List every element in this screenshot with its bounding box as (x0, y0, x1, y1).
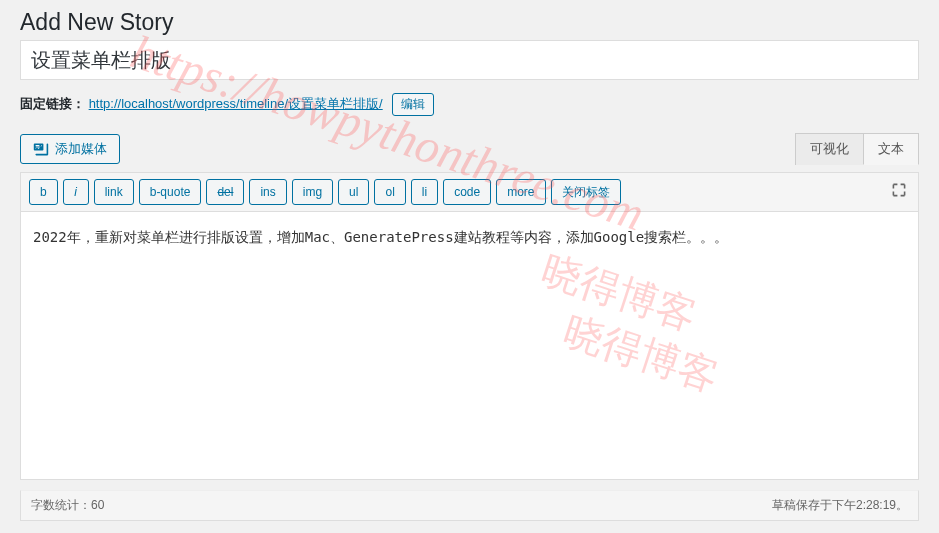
qt-bold[interactable]: b (29, 179, 58, 205)
qt-ins[interactable]: ins (249, 179, 286, 205)
tab-text[interactable]: 文本 (863, 133, 919, 165)
draft-saved: 草稿保存于下午2:28:19。 (772, 497, 908, 514)
qt-li[interactable]: li (411, 179, 438, 205)
word-count: 字数统计：60 (31, 497, 104, 514)
status-bar: 字数统计：60 草稿保存于下午2:28:19。 (20, 490, 919, 521)
qt-close-tags[interactable]: 关闭标签 (551, 179, 621, 205)
permalink-row: 固定链接： http://localhost/wordpress/timelin… (0, 85, 939, 124)
fullscreen-icon[interactable] (888, 179, 910, 201)
permalink-label: 固定链接： (20, 96, 85, 111)
permalink-base[interactable]: http://localhost/wordpress/timeline/ (89, 96, 288, 111)
add-media-button[interactable]: 添加媒体 (20, 134, 120, 164)
page-title: Add New Story (0, 0, 939, 40)
tab-visual[interactable]: 可视化 (795, 133, 864, 165)
svg-point-0 (39, 145, 41, 147)
qt-blockquote[interactable]: b-quote (139, 179, 202, 205)
editor-area: 添加媒体 可视化 文本 b i link b-quote del ins img… (0, 124, 939, 521)
text-toolbar: b i link b-quote del ins img ul ol li co… (20, 172, 919, 212)
media-row: 添加媒体 可视化 文本 (20, 132, 919, 164)
editor-tabs: 可视化 文本 (795, 132, 919, 164)
qt-ul[interactable]: ul (338, 179, 369, 205)
permalink-slug[interactable]: 设置菜单栏排版/ (288, 96, 383, 111)
qt-italic[interactable]: i (63, 179, 89, 205)
add-media-label: 添加媒体 (55, 140, 107, 158)
content-textarea[interactable]: 2022年，重新对菜单栏进行排版设置，增加Mac、GeneratePress建站… (20, 212, 919, 480)
media-icon (33, 141, 49, 157)
qt-ol[interactable]: ol (374, 179, 405, 205)
edit-slug-button[interactable]: 编辑 (392, 93, 434, 116)
qt-img[interactable]: img (292, 179, 333, 205)
qt-link[interactable]: link (94, 179, 134, 205)
qt-more[interactable]: more (496, 179, 545, 205)
qt-code[interactable]: code (443, 179, 491, 205)
title-container (0, 40, 939, 85)
post-title-input[interactable] (20, 40, 919, 80)
qt-del[interactable]: del (206, 179, 244, 205)
